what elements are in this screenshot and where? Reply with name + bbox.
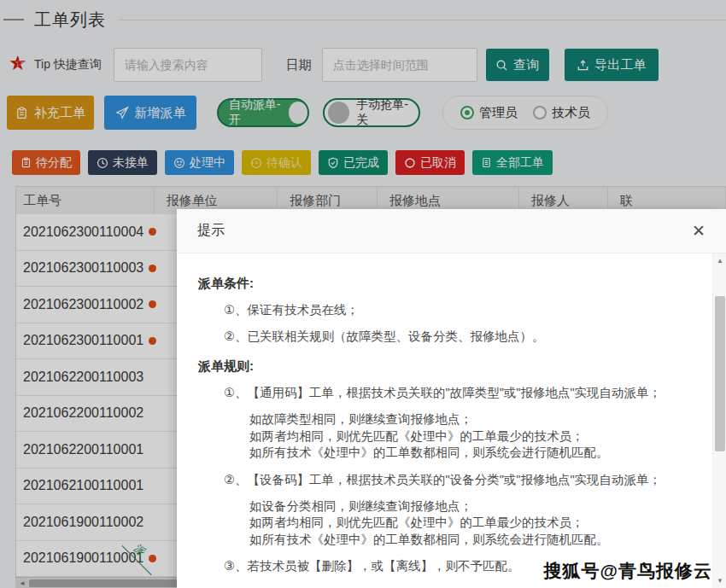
modal-rule-item: ②、【设备码】工单，根据技术员关联的"设备分类"或"报修地点"实现自动派单； [224,472,688,488]
modal-rule-item: ①、【通用码】工单，根据技术员关联的"故障类型"或"报修地点"实现自动派单； [224,385,688,401]
modal-rule-subitems: 如故障类型相同，则继续查询报修地点；如两者均相同，则优先匹配《处理中》的工单最少… [249,411,688,462]
modal-rule-item: ②、已关联相关规则（故障类型、设备分类、报修地点）。 [224,329,688,345]
vertical-scrollbar[interactable]: ▲ ▼ [712,253,726,588]
modal-rule-subline: 如设备分类相同，则继续查询报修地点； [249,498,688,515]
modal-content: 派单条件:①、保证有技术员在线；②、已关联相关规则（故障类型、设备分类、报修地点… [198,276,688,588]
modal-rule-subline: 如两者均相同，则优先匹配《处理中》的工单最少的技术员； [249,428,688,445]
scroll-down-arrow-icon[interactable]: ▼ [713,577,726,585]
modal-header: 提示 ✕ [177,209,726,253]
modal-rule-subline: 如所有技术《处理中》的工单数都相同，则系统会进行随机匹配。 [249,532,688,549]
modal-rule-subline: 如故障类型相同，则继续查询报修地点； [249,411,688,428]
vertical-scrollbar-thumb[interactable] [715,296,725,451]
modal-section-heading: 派单条件: [198,276,688,292]
close-icon[interactable]: ✕ [692,223,706,239]
modal-rule-subitems: 如设备分类相同，则继续查询报修地点；如两者均相同，则优先匹配《处理中》的工单最少… [249,498,688,549]
modal-rule-item: ①、保证有技术员在线； [224,302,688,318]
modal-section-heading: 派单规则: [198,358,688,375]
modal-title: 提示 [197,222,225,240]
watermark: 搜狐号@青鸟报修云 [544,559,712,583]
modal-rule-subline: 如两者均相同，则优先匹配《处理中》的工单最少的技术员； [249,515,688,532]
modal-body: 派单条件:①、保证有技术员在线；②、已关联相关规则（故障类型、设备分类、报修地点… [177,253,726,588]
tip-modal: 提示 ✕ 派单条件:①、保证有技术员在线；②、已关联相关规则（故障类型、设备分类… [177,209,726,588]
scroll-up-arrow-icon[interactable]: ▲ [713,257,726,265]
modal-rule-subline: 如所有技术《处理中》的工单数都相同，则系统会进行随机匹配。 [249,445,688,462]
